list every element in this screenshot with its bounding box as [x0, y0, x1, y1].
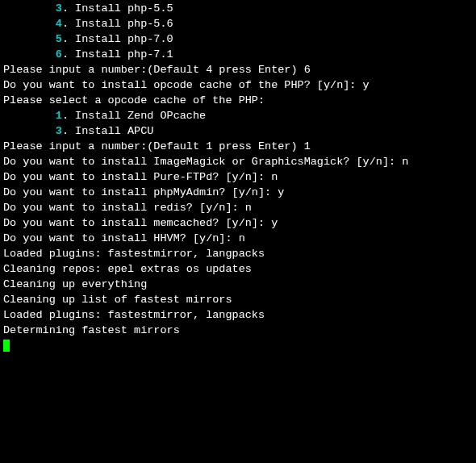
menu-num: 5 [56, 33, 62, 45]
prompt-pureftpd[interactable]: Do you want to install Pure-FTPd? [y/n]:… [3, 169, 473, 185]
prompt-opcode-number[interactable]: Please input a number:(Default 1 press E… [3, 139, 473, 154]
user-input: y [278, 186, 284, 198]
menu-num: 6 [56, 48, 62, 60]
prompt-text: Do you want to install opcode cache of t… [3, 79, 363, 91]
prompt-text: Do you want to install phpMyAdmin? [y/n]… [3, 186, 278, 198]
prompt-text: Do you want to install HHVM? [y/n]: [3, 232, 239, 244]
menu-label: . Install php-5.5 [62, 2, 173, 15]
output-loaded-plugins: Loaded plugins: fastestmirror, langpacks [3, 246, 473, 261]
prompt-hhvm[interactable]: Do you want to install HHVM? [y/n]: n [3, 231, 473, 246]
menu-item-php71: 6. Install php-7.1 [3, 47, 473, 62]
output-cleaning-everything: Cleaning up everything [3, 277, 473, 292]
menu-num: 3 [56, 2, 62, 15]
prompt-opcode-cache[interactable]: Do you want to install opcode cache of t… [3, 77, 473, 93]
menu-label: . Install php-7.1 [62, 48, 173, 60]
prompt-text: Do you want to install memcached? [y/n]: [3, 217, 271, 229]
output-determining-mirrors: Determining fastest mirrors [3, 323, 473, 338]
prompt-php-number[interactable]: Please input a number:(Default 4 press E… [3, 62, 473, 77]
menu-num: 3 [56, 125, 62, 137]
menu-label: . Install Zend OPcache [62, 110, 206, 122]
user-input: n [271, 171, 278, 183]
menu-item-php56: 4. Install php-5.6 [3, 16, 473, 31]
user-input: y [271, 217, 278, 229]
menu-item-php70: 5. Install php-7.0 [3, 31, 473, 47]
menu-label: . Install APCU [62, 125, 153, 137]
prompt-phpmyadmin[interactable]: Do you want to install phpMyAdmin? [y/n]… [3, 185, 473, 200]
output-cleaning-repos: Cleaning repos: epel extras os updates [3, 261, 473, 277]
user-input: 1 [304, 140, 311, 152]
user-input: 6 [304, 64, 311, 76]
menu-num: 1 [56, 110, 62, 122]
menu-num: 4 [56, 18, 62, 30]
prompt-memcached[interactable]: Do you want to install memcached? [y/n]:… [3, 215, 473, 231]
menu-item-apcu: 3. Install APCU [3, 123, 473, 139]
output-cleaning-mirrors-list: Cleaning up list of fastest mirrors [3, 292, 473, 307]
user-input: n [239, 232, 245, 244]
prompt-text: Do you want to install Pure-FTPd? [y/n]: [3, 171, 271, 183]
cursor-line[interactable] [3, 338, 473, 353]
prompt-imagemagick[interactable]: Do you want to install ImageMagick or Gr… [3, 154, 473, 169]
cursor-icon [3, 340, 10, 352]
user-input: n [402, 156, 408, 168]
menu-item-php55: 3. Install php-5.5 [3, 1, 473, 16]
user-input: n [245, 202, 252, 214]
prompt-text: Please input a number:(Default 1 press E… [3, 140, 304, 152]
prompt-text: Do you want to install redis? [y/n]: [3, 202, 245, 214]
opcode-select-header: Please select a opcode cache of the PHP: [3, 93, 473, 108]
menu-label: . Install php-5.6 [62, 18, 173, 30]
prompt-text: Do you want to install ImageMagick or Gr… [3, 156, 402, 168]
menu-item-zend-opcache: 1. Install Zend OPcache [3, 108, 473, 123]
prompt-redis[interactable]: Do you want to install redis? [y/n]: n [3, 200, 473, 215]
user-input: y [363, 79, 370, 91]
output-loaded-plugins-2: Loaded plugins: fastestmirror, langpacks [3, 307, 473, 323]
menu-label: . Install php-7.0 [62, 33, 173, 45]
prompt-text: Please input a number:(Default 4 press E… [3, 64, 304, 76]
